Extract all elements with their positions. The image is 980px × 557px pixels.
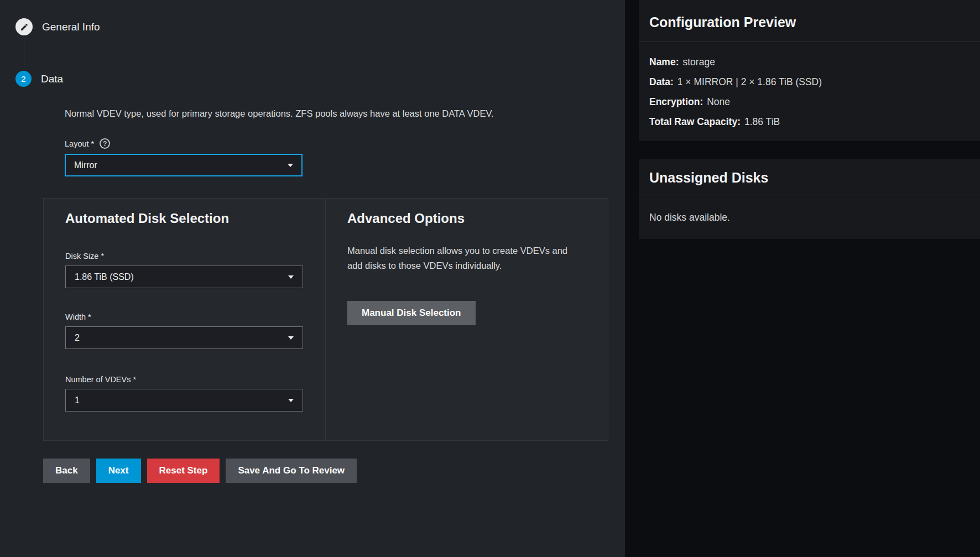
step2-number-badge[interactable]: 2 — [15, 71, 32, 87]
step-actions: Back Next Reset Step Save And Go To Revi… — [43, 459, 625, 505]
pool-creation-wizard: General Info 2 Data Normal VDEV type, us… — [0, 0, 980, 557]
preview-name-label: Name: — [649, 56, 679, 67]
data-vdev-description: Normal VDEV type, used for primary stora… — [65, 108, 625, 119]
no-disks-available-text: No disks available. — [649, 212, 730, 223]
chevron-down-icon — [288, 275, 294, 279]
advanced-options-column: Advanced Options Manual disk selection a… — [326, 199, 608, 440]
help-icon[interactable]: ? — [100, 138, 110, 149]
configuration-preview-title: Configuration Preview — [639, 0, 980, 42]
next-button[interactable]: Next — [96, 459, 141, 483]
width-value: 2 — [75, 333, 80, 343]
configuration-preview-card: Configuration Preview Name:storage Data:… — [639, 0, 980, 141]
configuration-preview-body: Name:storage Data:1 × MIRROR | 2 × 1.86 … — [639, 42, 980, 141]
layout-field-label: Layout * — [65, 139, 94, 148]
stepper-step-general-info[interactable]: General Info — [0, 0, 625, 35]
layout-select[interactable]: Mirror — [65, 154, 303, 176]
disk-selection-panel: Automated Disk Selection Disk Size * 1.8… — [43, 198, 608, 441]
automated-disk-selection-column: Automated Disk Selection Disk Size * 1.8… — [44, 199, 326, 440]
manual-disk-selection-button[interactable]: Manual Disk Selection — [347, 301, 476, 325]
stepper-step-data[interactable]: 2 Data — [0, 71, 625, 87]
stepper-connector — [24, 39, 24, 68]
preview-row-capacity: Total Raw Capacity:1.86 TiB — [649, 116, 969, 128]
pencil-icon — [20, 23, 29, 32]
disk-size-value: 1.86 TiB (SSD) — [75, 272, 134, 282]
summary-sidebar: Configuration Preview Name:storage Data:… — [625, 0, 980, 557]
disk-size-select[interactable]: 1.86 TiB (SSD) — [65, 266, 303, 288]
automated-disk-selection-title: Automated Disk Selection — [65, 211, 303, 226]
advanced-options-description: Manual disk selection allows you to crea… — [347, 243, 582, 273]
save-and-go-to-review-button[interactable]: Save And Go To Review — [226, 459, 357, 483]
preview-row-encryption: Encryption:None — [649, 96, 969, 108]
vdevs-number-value: 1 — [75, 395, 80, 405]
advanced-options-title: Advanced Options — [347, 211, 582, 226]
layout-select-value: Mirror — [74, 160, 97, 170]
wizard-main: General Info 2 Data Normal VDEV type, us… — [0, 0, 625, 557]
preview-data-value: 1 × MIRROR | 2 × 1.86 TiB (SSD) — [677, 76, 822, 87]
chevron-down-icon — [288, 336, 294, 340]
step2-number: 2 — [21, 74, 25, 84]
preview-capacity-label: Total Raw Capacity: — [649, 116, 741, 127]
vdevs-number-label: Number of VDEVs * — [65, 375, 303, 384]
preview-data-label: Data: — [649, 76, 674, 87]
reset-step-button[interactable]: Reset Step — [147, 459, 220, 483]
width-label: Width * — [65, 313, 303, 321]
preview-encryption-value: None — [707, 96, 730, 107]
unassigned-disks-title: Unassigned Disks — [639, 159, 980, 195]
chevron-down-icon — [288, 399, 294, 402]
vdevs-number-select[interactable]: 1 — [65, 389, 303, 412]
step1-label[interactable]: General Info — [42, 21, 100, 33]
data-step-content: Normal VDEV type, used for primary stora… — [65, 108, 625, 505]
disk-size-label: Disk Size * — [65, 252, 303, 261]
width-select[interactable]: 2 — [65, 326, 303, 349]
layout-field-label-row: Layout * ? — [65, 138, 625, 149]
unassigned-disks-card: Unassigned Disks No disks available. — [639, 159, 980, 239]
step2-label[interactable]: Data — [41, 73, 63, 85]
back-button[interactable]: Back — [43, 459, 90, 483]
preview-name-value: storage — [683, 56, 715, 67]
preview-row-name: Name:storage — [649, 56, 969, 68]
preview-capacity-value: 1.86 TiB — [744, 116, 780, 127]
step1-edit-badge[interactable] — [15, 18, 33, 35]
preview-encryption-label: Encryption: — [649, 96, 703, 107]
unassigned-disks-body: No disks available. — [639, 195, 980, 239]
preview-row-data: Data:1 × MIRROR | 2 × 1.86 TiB (SSD) — [649, 76, 969, 88]
chevron-down-icon — [288, 164, 293, 167]
